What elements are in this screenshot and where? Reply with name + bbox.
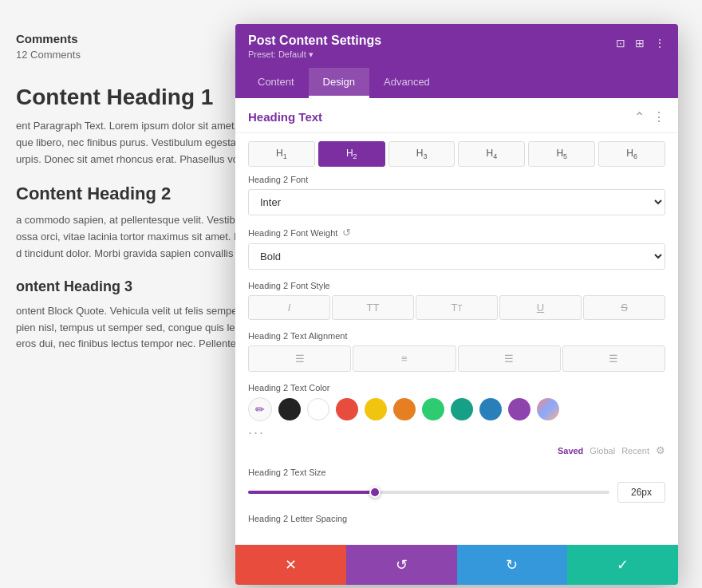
comments-count: 12 Comments — [16, 49, 255, 61]
color-swatches-row: ✏ — [248, 397, 665, 421]
text-size-label: Heading 2 Text Size — [248, 468, 665, 477]
slider-row: 26px — [248, 482, 665, 503]
section-header: Heading Text ⌃ ⋮ — [235, 98, 678, 133]
bg-heading-2: Content Heading 2 — [16, 184, 255, 204]
swatch-red[interactable] — [336, 398, 358, 420]
font-weight-row: Heading 2 Font Weight ↺ Bold — [248, 227, 665, 270]
font-weight-label: Heading 2 Font Weight ↺ — [248, 227, 665, 239]
save-button[interactable]: ✓ — [567, 545, 678, 585]
swatch-black[interactable] — [278, 398, 301, 420]
redo-button[interactable]: ↻ — [457, 545, 568, 585]
style-buttons: I TT TT U S — [248, 295, 665, 320]
slider-track[interactable] — [248, 491, 609, 494]
collapse-icon[interactable]: ⌃ — [634, 109, 645, 124]
swatch-blue[interactable] — [479, 398, 502, 420]
color-tabs-row: Saved Global Recent ⚙ — [248, 444, 665, 456]
modal-title: Post Content Settings — [248, 34, 381, 48]
more-options-icon[interactable]: ⋮ — [654, 37, 665, 49]
font-label: Heading 2 Font — [248, 175, 665, 184]
align-buttons: ☰ ≡ ☰ ☰ — [248, 345, 665, 372]
font-weight-reset-icon[interactable]: ↺ — [342, 227, 351, 239]
comments-heading: Comments — [16, 32, 255, 45]
align-right-button[interactable]: ☰ — [458, 345, 561, 372]
italic-button[interactable]: I — [248, 295, 330, 320]
bg-para-3: ontent Block Quote. Vehicula velit ut fe… — [16, 303, 255, 353]
text-color-label: Heading 2 Text Color — [248, 383, 665, 393]
font-style-row: Heading 2 Font Style I TT TT U S — [248, 281, 665, 320]
cancel-button[interactable]: ✕ — [235, 545, 346, 585]
text-color-row: Heading 2 Text Color ✏ ··· Saved — [248, 383, 665, 456]
swatch-teal[interactable] — [451, 398, 473, 420]
bg-para-1: ent Paragraph Text. Lorem ipsum dolor si… — [16, 118, 255, 168]
h6-button[interactable]: H6 — [598, 141, 665, 167]
bg-heading-3: ontent Heading 3 — [16, 278, 255, 295]
capitalize-button[interactable]: TT — [416, 295, 498, 320]
underline-button[interactable]: U — [499, 295, 582, 320]
letter-spacing-label: Heading 2 Letter Spacing — [248, 514, 665, 523]
swatch-orange[interactable] — [393, 398, 416, 420]
font-select[interactable]: Inter — [248, 189, 665, 215]
modal-header-icons: ⊡ ⊞ ⋮ — [616, 37, 665, 49]
strikethrough-button[interactable]: S — [583, 295, 665, 320]
swatch-gradient[interactable] — [537, 398, 559, 420]
font-weight-select[interactable]: Bold — [248, 243, 665, 270]
color-tab-global[interactable]: Global — [590, 446, 615, 456]
align-left-button[interactable]: ☰ — [248, 345, 351, 372]
tab-content[interactable]: Content — [243, 68, 309, 98]
color-tab-recent[interactable]: Recent — [621, 446, 649, 456]
h5-button[interactable]: H5 — [528, 141, 595, 167]
settings-modal: Post Content Settings Preset: Default ▾ … — [235, 24, 678, 585]
h2-button[interactable]: H2 — [318, 141, 385, 167]
bg-heading-1: Content Heading 1 — [16, 85, 255, 110]
font-row: Heading 2 Font Inter — [248, 175, 665, 215]
text-align-label: Heading 2 Text Alignment — [248, 331, 665, 341]
h1-button[interactable]: H1 — [248, 141, 315, 167]
h3-button[interactable]: H3 — [388, 141, 456, 167]
bg-para-2: a commodo sapien, at pellentesque velit.… — [16, 212, 255, 262]
text-size-row: Heading 2 Text Size 26px — [248, 468, 665, 503]
modal-body: Heading Text ⌃ ⋮ H1 H2 H3 H4 H5 H6 Headi… — [235, 98, 678, 544]
align-justify-button[interactable]: ☰ — [562, 345, 665, 372]
modal-header: Post Content Settings Preset: Default ▾ … — [235, 24, 678, 68]
color-settings-icon[interactable]: ⚙ — [656, 444, 665, 456]
slider-value[interactable]: 26px — [617, 482, 665, 503]
more-colors-dots[interactable]: ··· — [248, 424, 665, 441]
modal-tabs: Content Design Advanced — [235, 68, 678, 98]
heading-buttons-row: H1 H2 H3 H4 H5 H6 — [235, 133, 678, 175]
section-menu-icon[interactable]: ⋮ — [653, 109, 665, 124]
align-center-button[interactable]: ≡ — [353, 345, 456, 372]
swatch-white[interactable] — [307, 398, 329, 420]
swatch-yellow[interactable] — [365, 398, 387, 420]
h4-button[interactable]: H4 — [458, 141, 525, 167]
font-style-label: Heading 2 Font Style — [248, 281, 665, 290]
tab-advanced[interactable]: Advanced — [369, 68, 444, 98]
uppercase-button[interactable]: TT — [332, 295, 414, 320]
color-tab-saved[interactable]: Saved — [558, 446, 583, 456]
section-title: Heading Text — [248, 110, 322, 124]
fullscreen-icon[interactable]: ⊡ — [616, 37, 625, 49]
swatch-purple[interactable] — [508, 398, 530, 420]
form-section: Heading 2 Font Inter Heading 2 Font Weig… — [235, 175, 678, 544]
tab-design[interactable]: Design — [309, 68, 369, 98]
modal-title-group: Post Content Settings Preset: Default ▾ — [248, 34, 381, 60]
swatch-green[interactable] — [422, 398, 444, 420]
slider-fill — [248, 491, 375, 494]
modal-preset[interactable]: Preset: Default ▾ — [248, 49, 381, 60]
slider-thumb[interactable] — [369, 487, 381, 498]
letter-spacing-row: Heading 2 Letter Spacing — [248, 514, 665, 523]
undo-button[interactable]: ↺ — [346, 545, 457, 585]
columns-icon[interactable]: ⊞ — [635, 37, 645, 49]
modal-footer: ✕ ↺ ↻ ✓ — [235, 544, 678, 585]
section-header-right: ⌃ ⋮ — [634, 109, 665, 124]
text-align-row: Heading 2 Text Alignment ☰ ≡ ☰ ☰ — [248, 331, 665, 372]
color-picker-button[interactable]: ✏ — [248, 397, 272, 421]
